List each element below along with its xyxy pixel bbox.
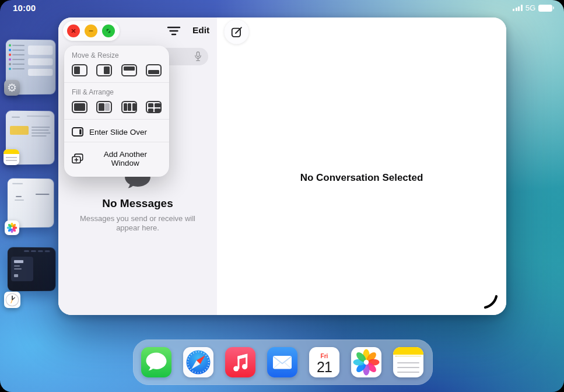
photos-app-icon-small (5, 220, 19, 235)
split-top-icon[interactable] (121, 64, 137, 76)
microphone-icon[interactable] (194, 51, 202, 62)
compose-button[interactable] (224, 19, 249, 44)
network-type-label: 5G (526, 4, 535, 12)
settings-thumb-card (28, 58, 52, 65)
dock: Fri 21 (133, 340, 433, 385)
settings-thumb-card (28, 46, 52, 55)
notes-app-icon-small (3, 149, 19, 165)
ipad-screen: 10:00 5G ⚙ (0, 0, 564, 392)
dock-photos-icon[interactable] (351, 347, 381, 377)
messages-window: Edit No Messages Messages you send or re… (58, 18, 506, 315)
minimize-window-button[interactable] (85, 24, 97, 37)
compose-icon (230, 26, 243, 38)
filters-icon[interactable] (165, 25, 183, 38)
settings-app-icon: ⚙ (4, 80, 20, 96)
split-right-icon[interactable] (96, 64, 112, 76)
arrange-two-windows-icon[interactable] (96, 101, 112, 113)
arrange-grid-icon[interactable] (146, 101, 162, 113)
conversation-detail-pane: No Conversation Selected (217, 18, 506, 315)
fill-arrange-section-label: Fill & Arrange (64, 88, 169, 96)
dock-messages-icon[interactable] (141, 347, 171, 377)
split-left-icon[interactable] (72, 64, 87, 76)
calendar-day: 21 (309, 359, 339, 376)
settings-thumb-card (28, 69, 52, 76)
slide-over-icon (72, 127, 83, 136)
enter-slide-over-item[interactable]: Enter Slide Over (64, 125, 169, 139)
zoom-window-button[interactable] (102, 24, 115, 37)
close-window-button[interactable] (67, 24, 80, 37)
clock-thumb-widget (11, 257, 33, 281)
dock-music-icon[interactable] (225, 347, 255, 377)
photos-flower-icon (6, 222, 18, 234)
recent-app-clock[interactable] (8, 247, 55, 292)
edit-button[interactable]: Edit (192, 25, 209, 36)
settings-thumb-sidebar (9, 44, 24, 72)
status-time: 10:00 (13, 3, 36, 13)
no-messages-title: No Messages (58, 197, 217, 210)
window-traffic-lights (63, 21, 120, 41)
conversation-list-pane: Edit No Messages Messages you send or re… (58, 18, 217, 315)
window-controls-menu: Move & Resize Fill & Arrange (64, 46, 169, 177)
dock-calendar-icon[interactable]: Fri 21 (309, 347, 339, 377)
add-another-window-label: Add Another Window (89, 150, 162, 167)
fill-screen-icon[interactable] (72, 101, 87, 113)
add-another-window-item[interactable]: Add Another Window (64, 148, 169, 170)
no-conversation-title: No Conversation Selected (217, 172, 506, 184)
no-messages-subtitle: Messages you send or receive will appear… (76, 214, 199, 233)
dock-notes-icon[interactable] (393, 347, 423, 377)
arrange-three-columns-icon[interactable] (121, 101, 137, 113)
add-window-icon (72, 153, 83, 164)
clock-app-icon (4, 292, 20, 308)
enter-slide-over-label: Enter Slide Over (89, 128, 147, 136)
status-indicators: 5G (513, 4, 552, 12)
cellular-signal-icon (513, 5, 523, 11)
dock-safari-icon[interactable] (183, 347, 213, 377)
empty-conversation-list: No Messages Messages you send or receive… (58, 167, 217, 233)
clock-face-icon (5, 293, 19, 307)
battery-icon (538, 5, 552, 12)
dock-mail-icon[interactable] (267, 347, 297, 377)
window-resize-handle[interactable] (483, 294, 498, 309)
split-bottom-icon[interactable] (146, 64, 162, 76)
notes-thumb-highlight (10, 126, 29, 135)
move-resize-section-label: Move & Resize (64, 51, 169, 60)
